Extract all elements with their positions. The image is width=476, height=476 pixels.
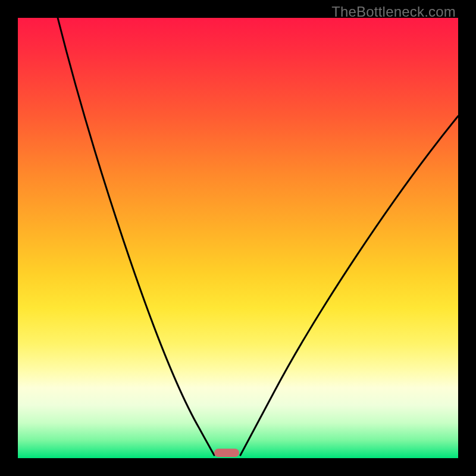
curve-right-branch xyxy=(240,116,458,455)
watermark-text: TheBottleneck.com xyxy=(331,4,456,20)
optimal-marker xyxy=(214,449,239,457)
bottleneck-curve xyxy=(18,18,458,458)
chart-frame: TheBottleneck.com xyxy=(0,0,476,476)
curve-left-branch xyxy=(58,18,214,455)
plot-area xyxy=(18,18,458,458)
